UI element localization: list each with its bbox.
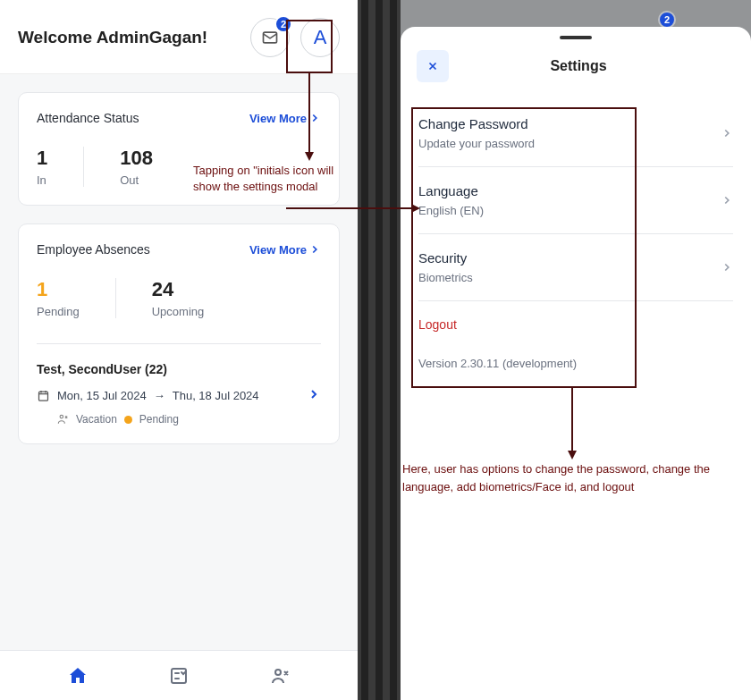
person-off-icon bbox=[56, 413, 69, 426]
chevron-right-icon bbox=[721, 261, 733, 274]
status-dot-icon bbox=[124, 416, 132, 424]
nav-home[interactable] bbox=[67, 665, 89, 687]
absences-pending-label: Pending bbox=[37, 305, 80, 318]
attendance-view-more[interactable]: View More bbox=[249, 112, 321, 125]
chevron-right-icon bbox=[721, 194, 733, 207]
annotation-highlight-avatar bbox=[286, 20, 333, 73]
mail-icon bbox=[261, 29, 279, 46]
nav-people[interactable] bbox=[269, 665, 291, 687]
calendar-icon bbox=[37, 389, 50, 402]
chevron-right-icon bbox=[308, 243, 321, 256]
checklist-icon bbox=[168, 665, 190, 687]
annotation-highlight-settings bbox=[411, 107, 637, 388]
person-off-icon bbox=[269, 665, 291, 687]
mail-button[interactable]: 2 bbox=[250, 18, 290, 57]
bg-mail-badge: 2 bbox=[658, 11, 676, 29]
chevron-right-icon bbox=[307, 387, 321, 401]
absence-item[interactable]: Test, SecondUser (22) Mon, 15 Jul 2024 →… bbox=[37, 362, 321, 426]
attendance-out-label: Out bbox=[120, 173, 153, 187]
absences-title: Employee Absences bbox=[37, 242, 150, 257]
divider bbox=[37, 343, 321, 344]
absences-upcoming-label: Upcoming bbox=[152, 305, 205, 318]
welcome-text: Welcome AdminGagan! bbox=[18, 28, 207, 47]
home-screen: Welcome AdminGagan! 2 A Attendance Statu… bbox=[0, 0, 358, 700]
settings-screen: 2 Settings Change Password Update your p… bbox=[401, 0, 751, 700]
svg-rect-3 bbox=[172, 669, 186, 683]
svg-point-4 bbox=[275, 670, 281, 675]
absences-pending-value: 1 bbox=[37, 278, 80, 301]
attendance-title: Attendance Status bbox=[37, 111, 139, 125]
chevron-right-icon bbox=[721, 127, 733, 139]
absences-upcoming-value: 24 bbox=[152, 278, 205, 301]
absences-card: Employee Absences View More 1 Pending 24… bbox=[18, 223, 340, 444]
modal-title: Settings bbox=[422, 58, 735, 74]
svg-rect-1 bbox=[39, 392, 48, 401]
attendance-in-label: In bbox=[37, 173, 47, 187]
nav-tasks[interactable] bbox=[168, 665, 190, 687]
attendance-out-value: 108 bbox=[120, 147, 153, 170]
svg-point-2 bbox=[60, 415, 63, 418]
bottom-nav bbox=[0, 650, 358, 700]
annotation-text: Tapping on "initials icon will show the … bbox=[193, 163, 336, 195]
absences-view-more[interactable]: View More bbox=[249, 243, 321, 257]
annotation-text-2: Here, user has options to change the pas… bbox=[402, 460, 751, 495]
screen-divider bbox=[358, 0, 401, 700]
absence-name: Test, SecondUser (22) bbox=[37, 362, 307, 376]
absence-meta: Vacation Pending bbox=[37, 413, 307, 426]
attendance-in-value: 1 bbox=[37, 147, 47, 170]
home-content: Attendance Status View More 1 In 108 Out bbox=[0, 74, 358, 650]
absence-dates: Mon, 15 Jul 2024 → Thu, 18 Jul 2024 bbox=[37, 389, 307, 402]
chevron-right-icon bbox=[308, 112, 321, 124]
home-icon bbox=[67, 665, 89, 687]
